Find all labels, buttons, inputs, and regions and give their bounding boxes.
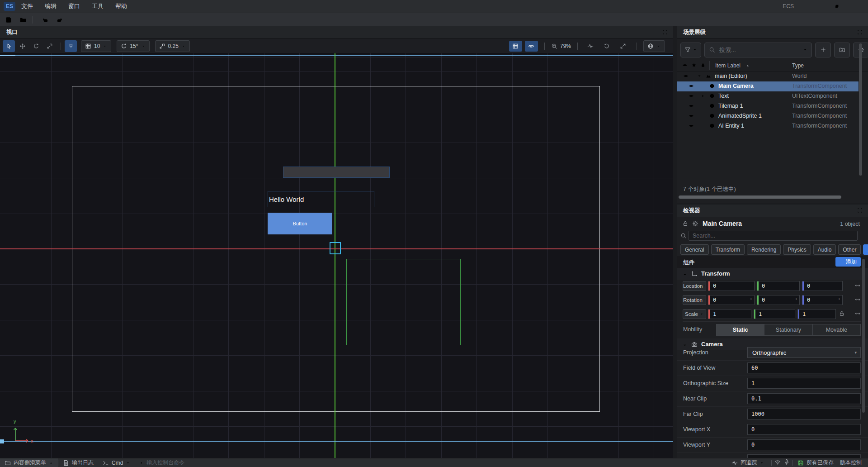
hierarchy-vertical-scrollbar[interactable]: [859, 43, 862, 176]
inspector-vertical-scrollbar[interactable]: [862, 259, 865, 413]
tree-row-animatedsprite[interactable]: AnimatedSprite 1 TransformComponent: [677, 111, 859, 121]
scale-z-field[interactable]: [797, 309, 836, 319]
voice-icon[interactable]: [783, 459, 790, 467]
location-z-input[interactable]: [804, 283, 842, 289]
rotate-tool[interactable]: [30, 40, 42, 52]
far-clip-input[interactable]: [748, 411, 860, 417]
rotation-z-field[interactable]: °: [802, 295, 843, 305]
inspector-expand-icon[interactable]: [857, 208, 863, 214]
eye-icon[interactable]: [689, 113, 694, 120]
tab-all[interactable]: All: [863, 244, 868, 255]
chevron-right-icon[interactable]: [700, 93, 706, 100]
lock-column-icon[interactable]: [700, 62, 706, 69]
grid-snap-dropdown[interactable]: 10: [81, 40, 111, 52]
rotation-x-field[interactable]: °: [708, 295, 755, 305]
rotation-snap-dropdown[interactable]: 15°: [117, 40, 149, 52]
content-drawer-button[interactable]: 内容侧滑菜单: [0, 458, 58, 467]
unlock-icon[interactable]: [682, 220, 689, 229]
add-component-button[interactable]: 添加: [835, 257, 861, 267]
menu-window[interactable]: 窗口: [62, 0, 86, 13]
menu-tools[interactable]: 工具: [86, 0, 109, 13]
eye-icon[interactable]: [689, 93, 694, 100]
viewport-x-field[interactable]: [747, 424, 861, 435]
transform-section-header[interactable]: Transform: [677, 268, 868, 280]
open-folder-button[interactable]: [17, 14, 29, 25]
link-axes-icon[interactable]: [854, 296, 861, 305]
menu-edit[interactable]: 编辑: [39, 0, 62, 13]
projection-select[interactable]: Orthographic ▾: [747, 347, 861, 358]
save-button[interactable]: [3, 14, 14, 25]
entity-bounds-rect[interactable]: [346, 259, 461, 345]
select-tool[interactable]: [3, 40, 15, 52]
location-dropdown[interactable]: Location: [683, 281, 706, 291]
viewport-x-input[interactable]: [748, 426, 860, 433]
eye-icon[interactable]: [689, 123, 694, 130]
tree-row-tilemap[interactable]: Tilemap 1 TransformComponent: [677, 101, 859, 111]
guide-top-handle[interactable]: [0, 55, 15, 56]
tree-row-main-camera[interactable]: Main Camera TransformComponent: [677, 81, 859, 91]
viewport-globe-dropdown[interactable]: [643, 40, 665, 52]
scale-y-field[interactable]: [754, 309, 795, 319]
scale-z-input[interactable]: [799, 311, 835, 317]
rotation-z-input[interactable]: [804, 297, 838, 303]
fullscreen-button[interactable]: [617, 40, 629, 52]
network-icon[interactable]: [774, 459, 781, 467]
reset-view-button[interactable]: [600, 40, 613, 52]
mobility-stationary[interactable]: Stationary: [764, 324, 812, 335]
rotation-x-input[interactable]: [710, 297, 750, 303]
far-clip-field[interactable]: [747, 409, 861, 419]
hierarchy-horizontal-scrollbar[interactable]: [679, 195, 841, 199]
viewport-y-input[interactable]: [748, 442, 860, 448]
close-button[interactable]: [847, 0, 868, 13]
tree-row-text[interactable]: Text UITextComponent: [677, 91, 859, 101]
near-clip-input[interactable]: [748, 396, 860, 402]
scale-snap-dropdown[interactable]: 0.25: [155, 40, 190, 52]
tree-row-ai-entity[interactable]: AI Entity 1 TransformComponent: [677, 121, 859, 131]
tab-general[interactable]: General: [680, 244, 709, 255]
maximize-button[interactable]: [826, 0, 847, 13]
fov-field[interactable]: [747, 362, 861, 373]
scale-x-field[interactable]: [708, 309, 751, 319]
eye-icon[interactable]: [683, 73, 689, 80]
ui-panel-bar[interactable]: [283, 167, 390, 178]
hierarchy-search-input[interactable]: [704, 43, 812, 57]
scale-x-input[interactable]: [710, 311, 751, 317]
scale-tool[interactable]: [43, 40, 56, 52]
ui-button-element[interactable]: Button: [268, 213, 332, 234]
inspector-search-field[interactable]: [689, 231, 858, 241]
link-axes-icon[interactable]: [854, 282, 861, 291]
redo-button[interactable]: [54, 14, 66, 25]
version-control-button[interactable]: 版本控制: [838, 458, 864, 467]
snap-magnet-toggle[interactable]: [65, 40, 77, 52]
scale-dropdown[interactable]: Scale: [683, 309, 706, 319]
hierarchy-expand-icon[interactable]: [857, 29, 863, 36]
tab-audio[interactable]: Audio: [813, 244, 836, 255]
tab-physics[interactable]: Physics: [783, 244, 811, 255]
zoom-level[interactable]: 79%: [560, 43, 571, 49]
location-x-field[interactable]: [708, 281, 755, 291]
chevron-down-icon[interactable]: [682, 271, 688, 279]
location-y-field[interactable]: [757, 281, 800, 291]
console-input[interactable]: 输入控制台命令: [135, 458, 189, 467]
location-x-input[interactable]: [710, 283, 754, 289]
undo-button[interactable]: [39, 14, 51, 25]
scale-y-input[interactable]: [755, 311, 795, 317]
guide-bottom-handle[interactable]: [0, 439, 4, 443]
rotation-y-input[interactable]: [759, 297, 795, 303]
tab-rendering[interactable]: Rendering: [747, 244, 781, 255]
backtrace-dropdown[interactable]: 回追踪: [727, 458, 769, 467]
grid-visibility-toggle[interactable]: [509, 41, 522, 52]
tab-other[interactable]: Other: [838, 244, 861, 255]
cmd-dropdown[interactable]: Cmd: [98, 458, 135, 467]
ortho-size-field[interactable]: [747, 378, 861, 389]
viewport-expand-icon[interactable]: [662, 29, 668, 36]
selection-gizmo-square[interactable]: [330, 242, 341, 254]
filter-dropdown[interactable]: [680, 43, 701, 57]
output-log-button[interactable]: 输出日志: [58, 458, 98, 467]
favorite-column-icon[interactable]: [691, 62, 697, 69]
item-label-column[interactable]: Item Label: [715, 62, 741, 69]
chevron-down-icon[interactable]: [697, 73, 702, 80]
eye-icon[interactable]: [689, 83, 694, 90]
menu-help[interactable]: 帮助: [109, 0, 133, 13]
near-clip-field[interactable]: [747, 393, 861, 404]
